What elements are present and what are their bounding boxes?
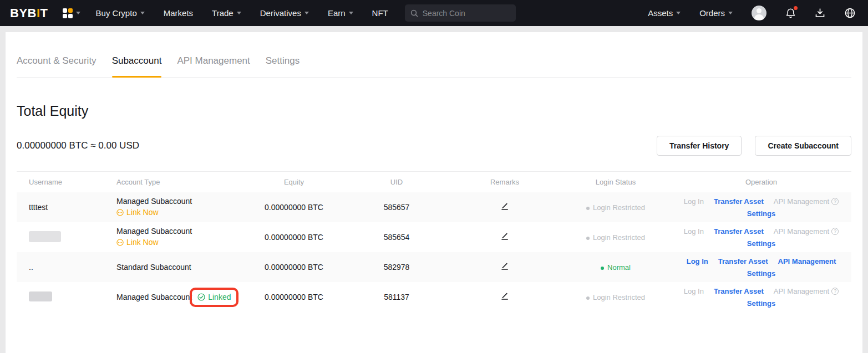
account-type: Managed Subaccount Linked — [116, 288, 244, 307]
search-input[interactable] — [423, 9, 506, 18]
logo-text: T — [40, 6, 48, 21]
table-row: Managed Subaccount Linked 0.00000000 BTC… — [17, 282, 851, 312]
redacted-username — [29, 291, 52, 301]
redacted-username — [29, 231, 61, 242]
ellipsis-circle-icon — [116, 209, 124, 216]
globe-icon — [844, 7, 856, 19]
nav-item-orders[interactable]: Orders — [699, 8, 733, 18]
settings-link[interactable]: Settings — [747, 209, 775, 218]
status-dot-icon — [601, 267, 604, 270]
nav-item-earn[interactable]: Earn — [328, 8, 353, 18]
remarks-cell — [449, 233, 560, 242]
edit-remark-icon[interactable] — [501, 293, 509, 300]
settings-link[interactable]: Settings — [747, 269, 775, 278]
subaccount-table: UsernameAccount TypeEquityUIDRemarksLogi… — [17, 171, 851, 312]
chevron-down-icon — [140, 12, 145, 14]
table-row: Managed Subaccount Link Now 0.00000000 B… — [17, 222, 851, 252]
chevron-down-icon — [728, 12, 733, 14]
table-header: UsernameAccount TypeEquityUIDRemarksLogi… — [17, 172, 851, 192]
api-management-link[interactable]: API Management? — [774, 227, 839, 236]
status-dot-icon — [586, 237, 590, 240]
account-type: Managed Subaccount Link Now — [116, 227, 244, 248]
chevron-down-icon — [76, 12, 80, 14]
chevron-down-icon — [676, 12, 681, 14]
nav-item-derivatives[interactable]: Derivatives — [260, 8, 309, 18]
notifications-button[interactable] — [785, 8, 796, 19]
nav-item-markets[interactable]: Markets — [164, 8, 193, 18]
username: ttttest — [29, 203, 48, 212]
log-in-link[interactable]: Log In — [687, 257, 708, 265]
column-header: Equity — [244, 178, 344, 186]
column-header: Username — [17, 178, 116, 186]
check-circle-icon — [197, 293, 205, 301]
nav-item-trade[interactable]: Trade — [212, 8, 241, 18]
log-in-link[interactable]: Log In — [684, 227, 704, 236]
edit-remark-icon[interactable] — [501, 203, 509, 211]
transfer-asset-link[interactable]: Transfer Asset — [718, 257, 768, 265]
search-icon — [410, 9, 418, 17]
tab-subaccount[interactable]: Subaccount — [112, 55, 162, 77]
api-management-link[interactable]: API Management? — [774, 197, 839, 206]
chevron-down-icon — [304, 12, 309, 14]
log-in-link[interactable]: Log In — [684, 287, 704, 295]
apps-menu-button[interactable] — [63, 8, 80, 18]
transfer-history-button[interactable]: Transfer History — [657, 136, 742, 156]
nav-item-assets[interactable]: Assets — [648, 8, 681, 18]
api-management-link[interactable]: API Management — [778, 257, 836, 265]
remarks-cell — [449, 263, 560, 272]
equity-value: 0.00000000 BTC — [244, 263, 344, 272]
column-header: Account Type — [116, 178, 244, 186]
subaccount-page: Account & SecuritySubaccountAPI Manageme… — [6, 32, 862, 353]
main-nav: Buy CryptoMarketsTradeDerivativesEarnNFT — [96, 8, 388, 18]
avatar[interactable] — [752, 6, 767, 21]
operations: Log In Transfer Asset API Management? Se… — [671, 283, 851, 312]
edit-remark-icon[interactable] — [501, 233, 509, 241]
table-row: .. Standard Subaccount 0.00000000 BTC 58… — [17, 252, 851, 282]
edit-remark-icon[interactable] — [501, 263, 509, 270]
equity-value: 0.00000000 BTC — [244, 203, 344, 212]
login-status: Login Restricted — [586, 203, 645, 212]
link-now-button[interactable]: Link Now — [116, 238, 159, 247]
language-button[interactable] — [844, 7, 856, 19]
link-now-button[interactable]: Link Now — [116, 208, 159, 217]
create-subaccount-button[interactable]: Create Subaccount — [755, 136, 851, 156]
transfer-asset-link[interactable]: Transfer Asset — [714, 197, 764, 206]
login-status: Normal — [601, 263, 631, 272]
ellipsis-circle-icon — [116, 239, 124, 246]
uid-value: 585657 — [344, 203, 449, 212]
settings-link[interactable]: Settings — [747, 239, 775, 248]
tab-api-management[interactable]: API Management — [177, 55, 250, 77]
account-nav: AssetsOrders — [648, 8, 733, 18]
logo-text: BYB — [10, 6, 37, 21]
operations: Log In Transfer Asset API Management? Se… — [671, 193, 851, 222]
uid-value: 582978 — [344, 263, 449, 272]
api-management-link[interactable]: API Management? — [774, 287, 839, 295]
column-header: Remarks — [449, 178, 560, 186]
login-status: Login Restricted — [586, 233, 645, 242]
log-in-link[interactable]: Log In — [684, 197, 704, 206]
transfer-asset-link[interactable]: Transfer Asset — [714, 287, 764, 295]
column-header: Operation — [671, 178, 851, 186]
table-row: ttttest Managed Subaccount Link Now 0.00… — [17, 192, 851, 222]
tab-settings[interactable]: Settings — [266, 55, 300, 77]
notification-badge — [794, 6, 798, 10]
transfer-asset-link[interactable]: Transfer Asset — [714, 227, 764, 236]
uid-value: 581137 — [344, 293, 449, 301]
column-header: Login Status — [560, 178, 671, 186]
remarks-cell — [449, 293, 560, 302]
nav-item-buy-crypto[interactable]: Buy Crypto — [96, 8, 145, 18]
bybit-logo[interactable]: BYBIT — [10, 6, 48, 21]
download-icon — [815, 8, 825, 18]
settings-link[interactable]: Settings — [747, 299, 775, 308]
search-box[interactable] — [405, 4, 516, 22]
download-app-button[interactable] — [815, 8, 825, 18]
nav-item-nft[interactable]: NFT — [372, 8, 388, 18]
operations: Log In Transfer Asset API Management Set… — [671, 253, 851, 282]
tab-account-security[interactable]: Account & Security — [17, 55, 97, 77]
equity-value: 0.00000000 BTC — [244, 233, 344, 242]
help-icon: ? — [831, 198, 839, 205]
equity-value: 0.00000000 BTC — [244, 293, 344, 301]
help-icon: ? — [831, 228, 839, 235]
account-type: Standard Subaccount — [116, 263, 244, 272]
chevron-down-icon — [237, 12, 241, 14]
